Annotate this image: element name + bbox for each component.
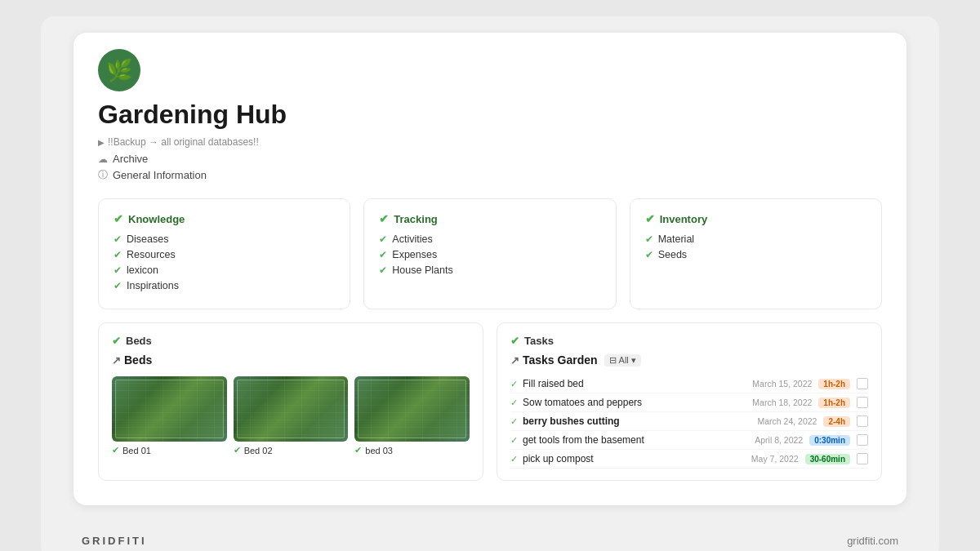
check-icon: ✔	[379, 233, 387, 245]
task-checkbox-3[interactable]	[857, 434, 868, 446]
tasks-section-title: ✔ Tasks	[510, 335, 868, 347]
task-left-1: ✓ Sow tomatoes and peppers	[510, 397, 642, 408]
bed-image-bg	[112, 376, 227, 442]
knowledge-item-0[interactable]: ✔ Diseases	[114, 233, 335, 245]
check-icon: ✔	[114, 280, 122, 291]
task-tag-4: 30-60min	[805, 454, 850, 464]
check-icon: ✔	[234, 445, 241, 455]
task-left-2: ✓ berry bushes cutting	[510, 415, 620, 427]
bed-label-text: Bed 02	[244, 446, 273, 455]
task-checkbox-0[interactable]	[857, 378, 868, 389]
task-date-3: April 8, 2022	[755, 435, 803, 445]
archive-label: Archive	[113, 153, 148, 165]
backup-text: !!Backup → all original databases!!	[108, 136, 259, 148]
tasks-link-label: Tasks Garden	[523, 353, 598, 367]
task-name-2: berry bushes cutting	[523, 415, 620, 427]
task-name-0: Fill raised bed	[523, 378, 584, 389]
bed-label-text: Bed 01	[122, 446, 151, 455]
task-row-4: ✓ pick up compost May 7, 2022 30-60min	[510, 450, 868, 469]
check-icon: ✔	[510, 335, 519, 347]
bed-label-text: bed 03	[365, 446, 393, 455]
beds-link[interactable]: ↗ Beds	[112, 353, 470, 367]
tracking-card: ✔ Tracking ✔ Activities ✔ Expenses ✔ Hou…	[363, 198, 616, 309]
task-left-0: ✓ Fill raised bed	[510, 378, 584, 389]
beds-card: ✔ Beds ↗ Beds ✔	[98, 322, 483, 481]
filter-icon: ⊟	[609, 355, 617, 366]
tracking-item-label: Activities	[392, 233, 432, 245]
bed-structure	[237, 380, 345, 438]
knowledge-item-1[interactable]: ✔ Resources	[114, 249, 335, 260]
tasks-card: ✔ Tasks ↗ Tasks Garden ⊟ All ▾	[497, 322, 882, 481]
task-name-3: get tools from the basement	[523, 434, 644, 446]
knowledge-card: ✔ Knowledge ✔ Diseases ✔ Resources ✔ lex…	[98, 198, 350, 309]
task-date-0: March 15, 2022	[752, 379, 812, 389]
tasks-link[interactable]: ↗ Tasks Garden	[510, 353, 598, 367]
screen: 🌿 Gardening Hub ▶ !!Backup → all origina…	[41, 16, 939, 551]
task-right-3: April 8, 2022 0:30min	[755, 434, 868, 446]
backup-link[interactable]: ▶ !!Backup → all original databases!!	[98, 136, 882, 148]
task-check-icon: ✓	[510, 379, 518, 389]
bed-2-container: ✔ Bed 02	[234, 376, 349, 455]
check-icon: ✔	[645, 212, 655, 225]
tasks-link-row: ↗ Tasks Garden ⊟ All ▾	[510, 353, 868, 367]
main-card: 🌿 Gardening Hub ▶ !!Backup → all origina…	[74, 33, 906, 505]
task-row-3: ✓ get tools from the basement April 8, 2…	[510, 431, 868, 450]
check-icon: ✔	[112, 445, 119, 455]
inventory-card: ✔ Inventory ✔ Material ✔ Seeds	[630, 198, 882, 309]
logo-leaf: 🌿	[106, 58, 132, 83]
knowledge-card-title: ✔ Knowledge	[114, 212, 335, 225]
task-checkbox-1[interactable]	[857, 397, 868, 408]
check-icon: ✔	[114, 264, 122, 276]
check-icon: ✔	[114, 212, 123, 225]
task-check-icon: ✓	[510, 435, 518, 446]
tracking-item-1[interactable]: ✔ Expenses	[379, 249, 600, 260]
beds-section-title: ✔ Beds	[112, 335, 470, 347]
task-tag-3: 0:30min	[809, 435, 850, 446]
footer-url: gridfiti.com	[847, 535, 898, 547]
bed-2-image[interactable]	[234, 376, 349, 442]
filter-label: All	[619, 355, 629, 365]
task-row-2: ✓ berry bushes cutting March 24, 2022 2-…	[510, 412, 868, 431]
task-name-4: pick up compost	[523, 453, 594, 464]
task-right-4: May 7, 2022 30-60min	[751, 453, 868, 464]
page-title: Gardening Hub	[98, 100, 882, 130]
check-icon: ✔	[379, 264, 387, 276]
task-check-icon: ✓	[510, 398, 518, 408]
check-icon: ✔	[379, 249, 387, 260]
logo: 🌿	[98, 49, 140, 91]
footer-brand: GRIDFITI	[82, 535, 147, 547]
check-icon: ✔	[114, 233, 122, 245]
tracking-title: Tracking	[394, 213, 437, 225]
check-icon: ✔	[354, 445, 362, 455]
task-checkbox-2[interactable]	[857, 415, 868, 427]
knowledge-item-label: Inspirations	[127, 280, 179, 291]
check-icon: ✔	[645, 233, 653, 245]
bed-structure	[358, 380, 466, 438]
footer: GRIDFITI gridfiti.com	[41, 522, 939, 551]
inventory-item-0[interactable]: ✔ Material	[645, 233, 866, 245]
info-icon: ⓘ	[98, 168, 108, 182]
inventory-item-1[interactable]: ✔ Seeds	[645, 249, 866, 260]
arrow-icon: ↗	[510, 354, 519, 367]
tracking-item-0[interactable]: ✔ Activities	[379, 233, 600, 245]
cloud-icon: ☁	[98, 153, 108, 165]
task-row-1: ✓ Sow tomatoes and peppers March 18, 202…	[510, 393, 868, 412]
bed-1-image[interactable]	[112, 376, 227, 442]
bed-1-label: ✔ Bed 01	[112, 445, 227, 455]
knowledge-item-label: lexicon	[127, 264, 158, 276]
bed-structure	[115, 380, 224, 438]
tracking-item-2[interactable]: ✔ House Plants	[379, 264, 600, 276]
knowledge-item-3[interactable]: ✔ Inspirations	[114, 280, 335, 291]
task-checkbox-4[interactable]	[857, 453, 868, 464]
bed-1-container: ✔ Bed 01	[112, 376, 227, 455]
bottom-grid: ✔ Beds ↗ Beds ✔	[98, 322, 882, 481]
knowledge-item-2[interactable]: ✔ lexicon	[114, 264, 335, 276]
inventory-title: Inventory	[660, 213, 708, 225]
nav-general-info[interactable]: ⓘ General Information	[98, 168, 882, 182]
nav-archive[interactable]: ☁ Archive	[98, 153, 882, 165]
filter-badge[interactable]: ⊟ All ▾	[604, 354, 641, 367]
task-right-2: March 24, 2022 2-4h	[757, 415, 868, 427]
task-tag-2: 2-4h	[823, 416, 850, 427]
task-right-0: March 15, 2022 1h-2h	[752, 378, 868, 389]
bed-3-image[interactable]	[354, 376, 470, 442]
